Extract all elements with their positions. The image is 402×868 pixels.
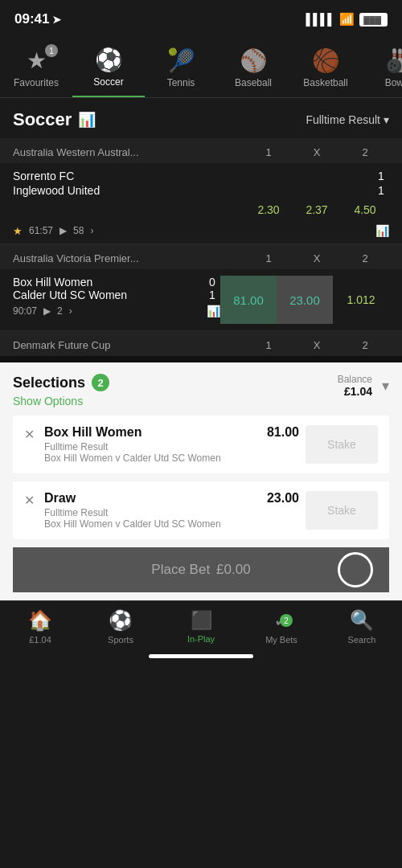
team1-name: Sorrento FC xyxy=(13,170,373,182)
league-aus-wa-header: Australia Western Austral... 1 X 2 xyxy=(0,138,402,163)
sports-nav-icon: ⚽ xyxy=(109,609,133,631)
bottom-nav-sports[interactable]: ⚽ Sports xyxy=(92,609,149,645)
boxhill-video-icon: ▶ xyxy=(43,305,51,317)
tennis-icon: 🎾 xyxy=(167,47,195,74)
bet-remove-2[interactable]: ✕ xyxy=(24,493,35,508)
stake-label-1: Stake xyxy=(327,438,356,451)
nav-item-favourites[interactable]: 1 ★ Favourites xyxy=(0,43,72,96)
signal-icon: ▌▌▌▌ xyxy=(306,13,334,26)
boxhill-time: 90:07 xyxy=(13,305,37,317)
bet-match-1: Box Hill Women v Calder Utd SC Women xyxy=(44,452,251,464)
selections-header: Selections 2 Show Options Balance £1.04 … xyxy=(13,374,389,407)
nav-label-tennis: Tennis xyxy=(167,77,195,88)
boxhill-match-info: Box Hill Women 0 Calder Utd SC Women 1 9… xyxy=(13,276,220,324)
search-icon-wrap: 🔍 xyxy=(350,609,374,632)
nav-item-baseball[interactable]: ⚾ Baseball xyxy=(217,43,289,96)
selections-panel: Selections 2 Show Options Balance £1.04 … xyxy=(0,362,402,600)
inplay-icon: ⬛ xyxy=(191,610,212,630)
main-content: Soccer 📊 Fulltime Result ▾ Australia Wes… xyxy=(0,98,402,356)
filter-chevron-icon: ▾ xyxy=(384,113,389,126)
col-headers-1: 1 X 2 xyxy=(244,146,389,158)
fulltime-filter-btn[interactable]: Fulltime Result ▾ xyxy=(306,113,389,126)
team2-score: 1 xyxy=(373,184,389,197)
boxhill-odd-x[interactable]: 23.00 xyxy=(277,276,333,324)
col-1: 1 xyxy=(244,146,293,158)
col-2-dk: 2 xyxy=(341,339,389,351)
chart-icon: 📊 xyxy=(78,111,96,129)
bet-info-1: Box Hill Women Fulltime Result Box Hill … xyxy=(44,425,251,464)
bet-odds-2: 23.00 xyxy=(251,491,299,506)
league-dk-header: Denmark Future Cup 1 X 2 xyxy=(0,331,402,356)
circle-button[interactable] xyxy=(338,552,373,588)
col-x: X xyxy=(293,146,341,158)
col-2: 2 xyxy=(341,146,389,158)
bottom-nav-home[interactable]: 🏠 £1.04 xyxy=(12,609,68,645)
odds-row-sorrento: 2.30 2.37 4.50 xyxy=(13,199,389,221)
selections-title-text: Selections xyxy=(13,375,85,391)
selections-chevron-icon[interactable]: ▾ xyxy=(382,377,389,395)
nav-label-baseball: Baseball xyxy=(235,77,272,88)
bet-info-2: Draw Fulltime Result Box Hill Women v Ca… xyxy=(44,491,251,530)
odd-btn-2[interactable]: 4.50 xyxy=(341,199,389,221)
col-1-dk: 1 xyxy=(244,339,293,351)
sports-icon-wrap: ⚽ xyxy=(109,609,133,632)
home-indicator xyxy=(149,654,253,658)
match-teams-sorrento: Sorrento FC 1 Inglewood United 1 xyxy=(13,170,389,197)
favourite-star-icon[interactable]: ★ xyxy=(13,225,23,237)
bottom-nav-inplay-label: In-Play xyxy=(187,634,215,644)
baseball-icon: ⚾ xyxy=(240,47,268,74)
nav-item-basketball[interactable]: 🏀 Basketball xyxy=(289,43,362,96)
boxhill-team-row-2: Calder Utd SC Women 1 xyxy=(13,289,220,301)
col-x-vic: X xyxy=(293,252,341,264)
boxhill-odd1-value: 81.00 xyxy=(233,293,264,307)
boxhill-score2: 1 xyxy=(204,289,220,301)
bet-market-2: Fulltime Result xyxy=(44,507,251,518)
bottom-nav-mybets[interactable]: ✓ 2 My Bets xyxy=(253,609,310,645)
boxhill-score1: 0 xyxy=(204,276,220,289)
bet-remove-1[interactable]: ✕ xyxy=(24,427,35,442)
col-x-dk: X xyxy=(293,339,341,351)
nav-label-soccer: Soccer xyxy=(93,76,123,88)
bottom-nav-mybets-label: My Bets xyxy=(265,635,297,645)
league-aus-wa-name: Australia Western Austral... xyxy=(13,146,139,158)
odd-btn-1[interactable]: 2.30 xyxy=(244,199,293,221)
basketball-icon: 🏀 xyxy=(312,47,340,74)
stats-bar-icon: 📊 xyxy=(375,224,389,237)
stake-area-1[interactable]: Stake xyxy=(306,425,378,464)
boxhill-oddx-value: 23.00 xyxy=(289,293,320,307)
bottom-nav-search[interactable]: 🔍 Search xyxy=(334,609,390,645)
stake-area-2[interactable]: Stake xyxy=(306,491,378,530)
team1-score: 1 xyxy=(373,170,389,182)
place-bet-bar[interactable]: Place Bet £0.00 xyxy=(13,547,389,592)
selections-title-area: Selections 2 Show Options xyxy=(13,374,109,407)
nav-item-tennis[interactable]: 🎾 Tennis xyxy=(145,43,217,96)
team-row-2: Inglewood United 1 xyxy=(13,184,389,197)
bottom-nav-inplay[interactable]: ⬛ In-Play xyxy=(173,610,229,644)
bet-team-2: Draw xyxy=(44,491,251,506)
col-1-vic: 1 xyxy=(244,252,293,264)
show-options-btn[interactable]: Show Options xyxy=(13,395,109,407)
selections-title: Selections 2 xyxy=(13,374,109,391)
league-dk-name: Denmark Future Cup xyxy=(13,339,110,351)
nav-item-bow[interactable]: 🎳 Bow... xyxy=(362,43,402,96)
nav-label-bow: Bow... xyxy=(385,77,402,88)
odd-btn-x[interactable]: 2.37 xyxy=(293,199,341,221)
balance-label: Balance xyxy=(338,374,372,385)
boxhill-team-row-1: Box Hill Women 0 xyxy=(13,276,220,289)
location-icon: ➤ xyxy=(52,14,61,26)
boxhill-odd-1[interactable]: 81.00 xyxy=(220,276,277,324)
video-count: 58 xyxy=(73,225,84,236)
bottom-nav-sports-label: Sports xyxy=(108,635,133,645)
battery-icon: ▓▓▓ xyxy=(359,13,388,27)
bet-match-2: Box Hill Women v Calder Utd SC Women xyxy=(44,518,251,530)
boxhill-team2: Calder Utd SC Women xyxy=(13,289,204,301)
league-aus-vic-name: Australia Victoria Premier... xyxy=(13,252,139,264)
nav-item-soccer[interactable]: ⚽ Soccer xyxy=(72,42,145,97)
soccer-title-text: Soccer xyxy=(13,109,72,130)
match-row-sorrento: Sorrento FC 1 Inglewood United 1 2.30 2.… xyxy=(0,163,402,244)
bet-market-1: Fulltime Result xyxy=(44,441,251,452)
boxhill-odd-2[interactable]: 1.012 xyxy=(333,276,389,324)
soccer-header: Soccer 📊 Fulltime Result ▾ xyxy=(0,98,402,138)
mybets-badge: 2 xyxy=(280,614,293,627)
boxhill-odds-area: 81.00 23.00 1.012 xyxy=(220,276,389,324)
